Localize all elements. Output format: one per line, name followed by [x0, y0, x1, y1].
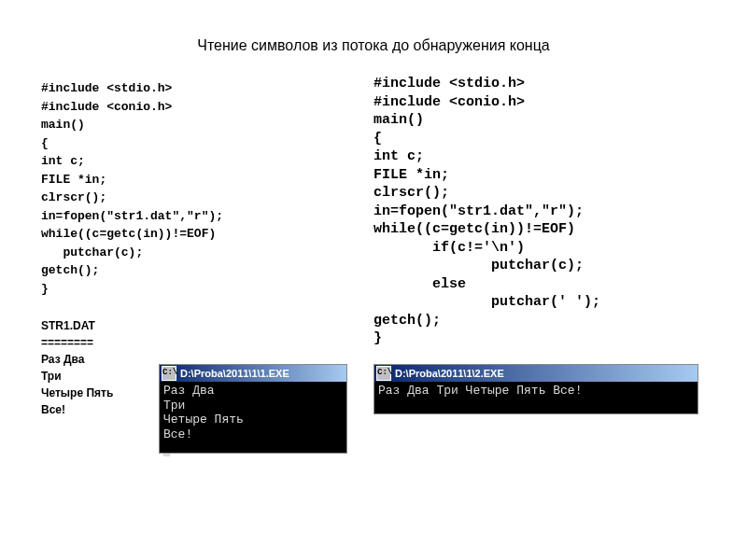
code-block-right: #include <stdio.h> #include <conio.h> ma…: [374, 75, 600, 348]
console-title-text: D:\Proba\2011\1\2.EXE: [395, 368, 504, 379]
console-window-2: C:\ D:\Proba\2011\1\2.EXE Раз Два Три Че…: [374, 364, 698, 414]
cmd-icon: C:\: [376, 366, 391, 381]
cursor: [163, 454, 170, 456]
console-output: Раз Два Три Четыре Пять Все!: [160, 382, 346, 453]
console-window-1: C:\ D:\Proba\2011\1\1.EXE Раз Два Три Че…: [159, 364, 347, 454]
console-output: Раз Два Три Четыре Пять Все!: [374, 382, 698, 413]
console-output-text: Раз Два Три Четыре Пять Все!: [378, 384, 582, 398]
cmd-icon: C:\: [162, 366, 176, 381]
str1-data-block: STR1.DAT ======== Раз Два Три Четыре Пят…: [41, 317, 113, 418]
page-title: Чтение символов из потока до обнаружения…: [0, 37, 747, 54]
console-output-text: Раз Два Три Четыре Пять Все!: [163, 384, 244, 441]
console-titlebar: C:\ D:\Proba\2011\1\2.EXE: [374, 365, 698, 382]
console-title-text: D:\Proba\2011\1\1.EXE: [180, 368, 289, 379]
console-titlebar: C:\ D:\Proba\2011\1\1.EXE: [160, 365, 346, 382]
code-block-left: #include <stdio.h> #include <conio.h> ma…: [41, 79, 223, 298]
